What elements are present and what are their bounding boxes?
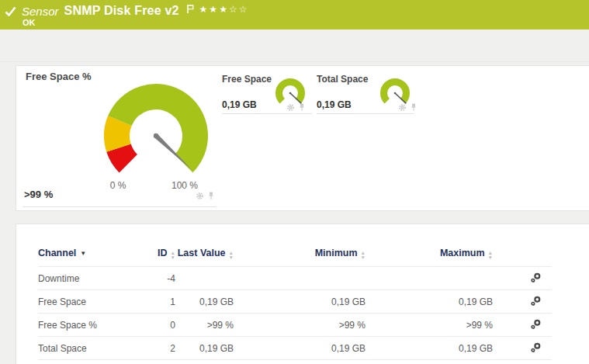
- status-badge: OK: [23, 18, 36, 27]
- table-header-row: Channel▼ ID▲▼ Last Value▲▼ Minimum▲▼ Max…: [38, 224, 552, 267]
- channel-name: Total Space: [38, 337, 134, 360]
- total-space-gauge-title: Total Space: [317, 74, 368, 85]
- main-gauge-divider: [23, 206, 217, 207]
- channel-name: Free Space %: [38, 314, 134, 337]
- channel-table: Channel▼ ID▲▼ Last Value▲▼ Minimum▲▼ Max…: [38, 224, 552, 360]
- channel-id: 1: [134, 290, 175, 314]
- channel-minimum: [234, 267, 366, 290]
- free-space-divider: [222, 113, 312, 114]
- total-space-divider: [317, 113, 414, 114]
- gauge-settings-gear-icon[interactable]: [398, 103, 407, 112]
- edit-channel-icon[interactable]: [531, 272, 541, 283]
- column-header-channel[interactable]: Channel▼: [38, 224, 134, 267]
- gauge-scale-max: 100 %: [161, 180, 208, 191]
- channel-last-value: [175, 267, 234, 290]
- edit-channel-icon[interactable]: [531, 296, 541, 306]
- free-space-gauge-title: Free Space: [222, 74, 272, 85]
- channel-minimum: 0,19 GB: [234, 337, 366, 360]
- gauge-pin-icon[interactable]: [298, 103, 306, 112]
- channel-maximum: 0,19 GB: [366, 337, 499, 360]
- channel-last-value: >99 %: [175, 314, 234, 337]
- sensor-kind-label: Sensor: [22, 5, 59, 18]
- sort-icon: ▲▼: [361, 251, 366, 259]
- edit-channel-icon[interactable]: [531, 342, 541, 352]
- tab-bar: Overview Live Data 2 days 60 days 365 da…: [0, 29, 589, 62]
- gauge-pin-icon[interactable]: [410, 103, 417, 112]
- status-check-icon: [5, 6, 16, 16]
- page-title: SNMP Disk Free v2: [64, 4, 179, 18]
- channel-name: Downtime: [38, 267, 134, 290]
- table-row: Free Space % 0 >99 % >99 % >99 %: [38, 314, 552, 337]
- channel-id: 0: [134, 314, 175, 337]
- channel-minimum: >99 %: [234, 314, 366, 337]
- sort-icon: ▲▼: [171, 251, 175, 259]
- channel-name: Free Space: [38, 290, 134, 314]
- sort-icon: ▲▼: [229, 251, 234, 259]
- column-header-id[interactable]: ID▲▼: [134, 224, 175, 267]
- gauge-scale-min: 0 %: [95, 180, 141, 191]
- table-row: Free Space 1 0,19 GB 0,19 GB 0,19 GB: [38, 290, 552, 314]
- sort-icon: ▲▼: [488, 251, 493, 259]
- gauge-settings-gear-icon[interactable]: [196, 192, 204, 200]
- free-space-gauge-value: 0,19 GB: [222, 99, 257, 110]
- column-header-minimum[interactable]: Minimum▲▼: [234, 224, 366, 267]
- column-header-maximum[interactable]: Maximum▲▼: [366, 224, 499, 267]
- free-space-percent-gauge: [91, 78, 221, 181]
- gauge-pin-icon[interactable]: [207, 192, 215, 200]
- channel-table-panel: Channel▼ ID▲▼ Last Value▲▼ Minimum▲▼ Max…: [16, 224, 589, 364]
- channel-last-value: 0,19 GB: [175, 337, 234, 360]
- channel-maximum: 0,19 GB: [366, 290, 499, 314]
- channel-maximum: >99 %: [366, 314, 499, 337]
- column-header-actions: [499, 224, 552, 267]
- gauge-settings-gear-icon[interactable]: [286, 103, 295, 112]
- column-header-last-value[interactable]: Last Value▲▼: [175, 224, 234, 267]
- edit-channel-icon[interactable]: [531, 319, 541, 329]
- channel-id: -4: [134, 267, 175, 290]
- total-space-gauge-value: 0,19 GB: [317, 99, 352, 110]
- channel-minimum: 0,19 GB: [234, 290, 366, 314]
- flag-icon[interactable]: [186, 4, 194, 14]
- channel-last-value: 0,19 GB: [175, 290, 234, 314]
- table-row: Total Space 2 0,19 GB 0,19 GB 0,19 GB: [38, 337, 552, 360]
- priority-stars[interactable]: ★★★☆☆: [199, 4, 249, 15]
- sort-desc-icon: ▼: [80, 250, 86, 257]
- main-gauge-value: >99 %: [24, 189, 53, 200]
- channel-id: 2: [134, 337, 175, 360]
- main-gauge-title: Free Space %: [26, 71, 92, 82]
- channel-maximum: [366, 267, 499, 290]
- table-row: Downtime -4: [38, 267, 552, 290]
- sensor-header: Sensor SNMP Disk Free v2 ★★★☆☆ OK: [0, 0, 589, 29]
- overview-gauges-panel: Free Space % 0 % 100 % >99 % Free Space …: [16, 65, 589, 211]
